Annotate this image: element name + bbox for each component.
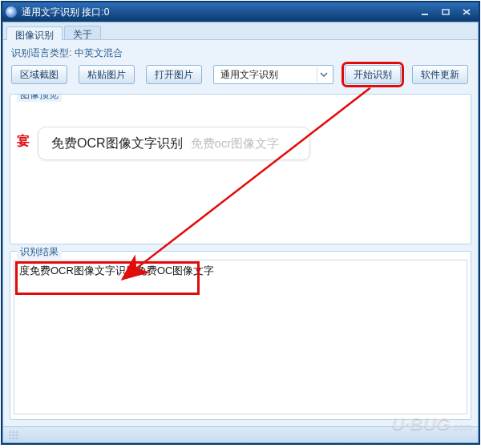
pill-title: 免费OCR图像文字识别: [51, 135, 183, 152]
titlebar[interactable]: 通用文字识别 接口:0: [2, 2, 479, 22]
window-title: 通用文字识别 接口:0: [22, 6, 416, 19]
tab-strip: 图像识别 关于: [3, 22, 478, 40]
result-textarea[interactable]: 度免费OCR图像文字识别免费OC图像文字: [14, 260, 467, 414]
result-group: 识别结果 度免费OCR图像文字识别免费OC图像文字: [10, 251, 471, 420]
mode-select[interactable]: 通用文字识别: [213, 65, 333, 84]
image-preview-group: 图像预览 宴 免费OCR图像文字识别 免费ocr图像文字: [10, 94, 471, 244]
open-image-button[interactable]: 打开图片: [146, 65, 202, 84]
paste-image-button[interactable]: 粘贴图片: [79, 65, 135, 84]
button-label: 开始识别: [354, 68, 392, 82]
chevron-down-icon: [317, 67, 329, 82]
tab-label: 图像识别: [15, 30, 54, 41]
close-button[interactable]: [458, 6, 475, 18]
pill-hint: 免费ocr图像文字: [191, 136, 280, 151]
preview-search-pill: 免费OCR图像文字识别 免费ocr图像文字: [38, 127, 310, 160]
groupbox-title: 识别结果: [17, 245, 62, 259]
tab-body: 识别语言类型: 中英文混合 区域截图 粘贴图片 打开图片 通用文字识别: [3, 40, 478, 426]
preview-content: 宴 免费OCR图像文字识别 免费ocr图像文字: [10, 95, 471, 244]
preview-badge: 宴: [17, 133, 30, 150]
language-label: 识别语言类型:: [11, 47, 71, 59]
button-label: 区域截图: [20, 68, 59, 82]
tab-image-recognition[interactable]: 图像识别: [6, 26, 63, 40]
svg-rect-1: [443, 10, 449, 14]
language-row: 识别语言类型: 中英文混合: [11, 46, 470, 60]
client-area: 图像识别 关于 识别语言类型: 中英文混合 区域截图 粘贴图片: [2, 22, 479, 443]
button-label: 软件更新: [421, 68, 459, 82]
tab-label: 关于: [73, 29, 92, 40]
app-icon: [6, 6, 17, 18]
maximize-button[interactable]: [437, 6, 455, 18]
button-label: 粘贴图片: [87, 68, 126, 82]
region-capture-button[interactable]: 区域截图: [11, 65, 67, 84]
start-recognize-button[interactable]: 开始识别: [345, 65, 401, 84]
tab-about[interactable]: 关于: [64, 26, 101, 39]
software-update-button[interactable]: 软件更新: [412, 65, 468, 84]
language-value: 中英文混合: [75, 47, 123, 59]
result-text-content: 度免费OCR图像文字识别免费OC图像文字: [19, 264, 214, 276]
preview-image: 宴 免费OCR图像文字识别 免费ocr图像文字: [18, 114, 315, 186]
statusbar-grip-icon: [8, 430, 19, 441]
window-controls: [416, 6, 475, 18]
app-window: 通用文字识别 接口:0 图像识别 关于 识别: [1, 1, 480, 445]
select-value: 通用文字识别: [220, 68, 317, 82]
statusbar: [3, 426, 478, 442]
toolbar: 区域截图 粘贴图片 打开图片 通用文字识别 开始识别: [11, 65, 470, 84]
button-label: 打开图片: [155, 68, 193, 82]
minimize-button[interactable]: [416, 6, 434, 18]
